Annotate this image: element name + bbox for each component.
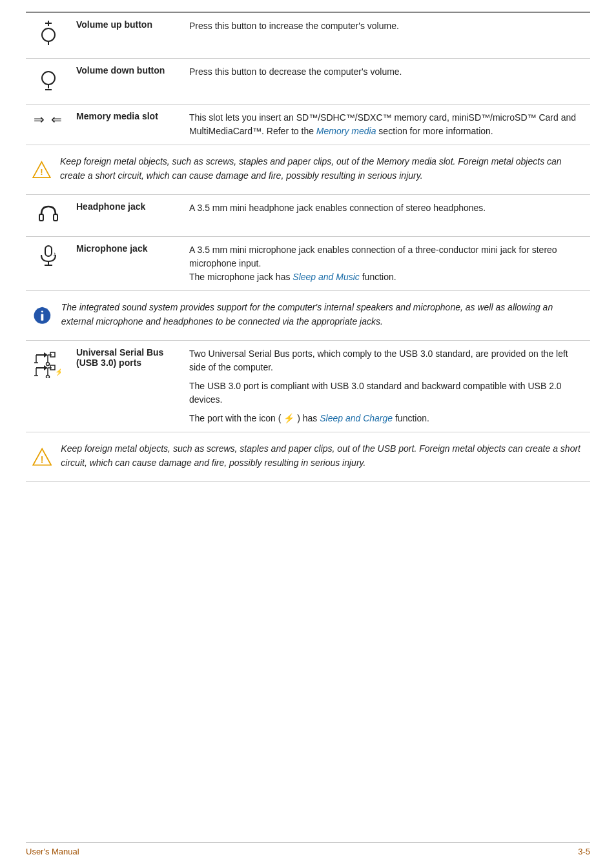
usb-desc-p2: The USB 3.0 port is compliant with USB 3… xyxy=(189,379,585,407)
volume-up-icon-cell xyxy=(26,13,71,59)
table-row: Headphone jack A 3.5 mm mini headphone j… xyxy=(26,195,590,237)
table-row: ⇒ ⇐ Memory media slot This slot lets you… xyxy=(26,105,590,145)
warning-content-usb: ! Keep foreign metal objects, such as sc… xyxy=(32,441,584,472)
footer: User's Manual 3-5 xyxy=(26,842,590,856)
usb-desc: Two Universal Serial Bus ports, which co… xyxy=(184,341,590,432)
warning-icon-memory: ! xyxy=(32,154,51,185)
memory-icon: ⇒ ⇐ xyxy=(34,112,63,126)
main-table: Volume up button Press this button to in… xyxy=(26,13,590,482)
footer-right: 3-5 xyxy=(578,847,590,856)
usb-label: Universal Serial Bus (USB 3.0) ports xyxy=(71,341,184,432)
svg-marker-20 xyxy=(44,352,48,358)
info-row-sound: The integrated sound system provides sup… xyxy=(26,291,590,341)
headphone-icon-cell xyxy=(26,195,71,237)
footer-left: User's Manual xyxy=(26,847,79,856)
warning-icon-usb: ! xyxy=(32,441,52,472)
memory-label: Memory media slot xyxy=(71,105,184,145)
svg-point-32 xyxy=(46,376,50,379)
usb-desc-p3: The port with the icon ( ⚡ ) has Sleep a… xyxy=(189,412,585,425)
usb-icon-cell: ⚡ xyxy=(26,341,71,432)
microphone-label: Microphone jack xyxy=(71,237,184,291)
microphone-desc: A 3.5 mm mini microphone jack enables co… xyxy=(184,237,590,291)
svg-text:♪: ♪ xyxy=(53,250,56,257)
table-row: ♪ Microphone jack A 3.5 mm mini micropho… xyxy=(26,237,590,291)
warning-text-usb: Keep foreign metal objects, such as scre… xyxy=(61,441,584,470)
headphone-icon xyxy=(36,213,61,229)
memory-icon-cell: ⇒ ⇐ xyxy=(26,105,71,145)
svg-point-24 xyxy=(46,363,50,366)
headphone-desc: A 3.5 mm mini headphone jack enables con… xyxy=(184,195,590,237)
warning-cell-memory: ! Keep foreign metal objects, such as sc… xyxy=(26,145,590,195)
usb-desc-p1: Two Universal Serial Bus ports, which co… xyxy=(189,347,585,374)
svg-rect-17 xyxy=(41,314,43,320)
info-icon-sound xyxy=(32,300,52,331)
usb-label-text: Universal Serial Bus (USB 3.0) ports xyxy=(76,347,163,368)
table-row: Volume up button Press this button to in… xyxy=(26,13,590,59)
warning-row-memory: ! Keep foreign metal objects, such as sc… xyxy=(26,145,590,195)
usb-icon: ⚡ xyxy=(32,368,61,381)
page: Volume up button Press this button to in… xyxy=(0,0,616,868)
volume-up-icon xyxy=(37,19,60,51)
info-cell-sound: The integrated sound system provides sup… xyxy=(26,291,590,341)
svg-rect-11 xyxy=(45,246,52,256)
svg-rect-9 xyxy=(39,214,43,221)
volume-down-icon-cell xyxy=(26,59,71,105)
warning-text-memory: Keep foreign metal objects, such as scre… xyxy=(60,154,584,183)
sleep-charge-link[interactable]: Sleep and Charge xyxy=(320,413,393,423)
memory-media-link[interactable]: Memory media xyxy=(316,126,376,136)
info-text-sound: The integrated sound system provides sup… xyxy=(61,300,584,329)
svg-point-2 xyxy=(42,28,55,41)
volume-up-desc: Press this button to increase the comput… xyxy=(184,13,590,59)
svg-point-18 xyxy=(41,307,44,310)
volume-down-desc: Press this button to decrease the comput… xyxy=(184,59,590,105)
microphone-icon-cell: ♪ xyxy=(26,237,71,291)
volume-down-label: Volume down button xyxy=(71,59,184,105)
svg-text:!: ! xyxy=(41,454,44,465)
sleep-music-link[interactable]: Sleep and Music xyxy=(293,272,360,282)
svg-point-4 xyxy=(42,72,55,85)
warning-cell-usb: ! Keep foreign metal objects, such as sc… xyxy=(26,432,590,482)
table-row: ⚡ Universal Serial Bus (USB 3.0) ports T… xyxy=(26,341,590,432)
warning-content-memory: ! Keep foreign metal objects, such as sc… xyxy=(32,154,584,185)
headphone-label: Headphone jack xyxy=(71,195,184,237)
table-row: Volume down button Press this button to … xyxy=(26,59,590,105)
info-content-sound: The integrated sound system provides sup… xyxy=(32,300,584,331)
svg-marker-28 xyxy=(44,365,48,370)
volume-down-icon xyxy=(37,81,60,97)
svg-text:⚡: ⚡ xyxy=(55,367,61,376)
volume-up-label: Volume up button xyxy=(71,13,184,59)
warning-row-usb: ! Keep foreign metal objects, such as sc… xyxy=(26,432,590,482)
memory-desc: This slot lets you insert an SD™/SDHC™/S… xyxy=(184,105,590,145)
microphone-icon: ♪ xyxy=(36,255,61,271)
svg-rect-10 xyxy=(54,214,57,221)
svg-text:!: ! xyxy=(40,167,43,177)
